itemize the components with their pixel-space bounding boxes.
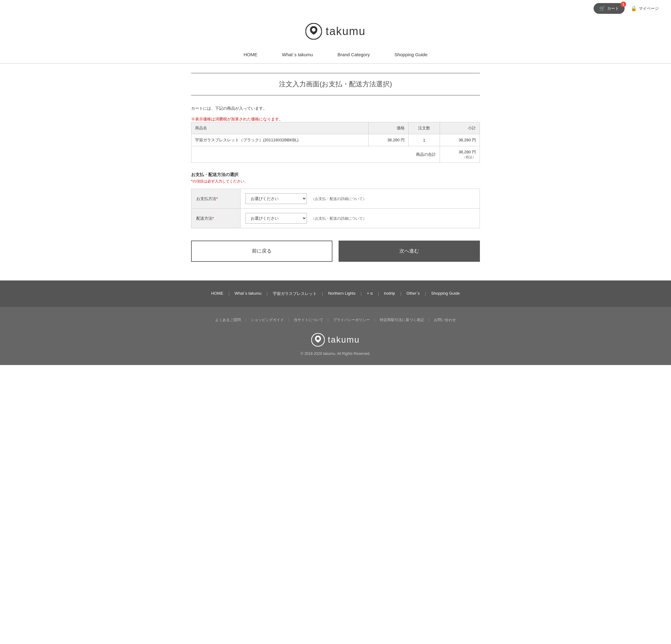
footer-bottom-links: よくあるご質問 ｜ ショッピングガイド ｜ 当サイトについて ｜ プライバシーポ… — [6, 316, 665, 324]
nav-whats[interactable]: What`s takumu — [282, 52, 313, 57]
order-table: 商品名 価格 注文数 小計 宇宙ガラスブレスレット（ブラック）(20111603… — [191, 122, 480, 163]
page-title-area: 注文入力画面(お支払・配送方法選択) — [191, 73, 480, 96]
product-name: 宇宙ガラスブレスレット（ブラック）(201116032BBKBL) — [191, 134, 369, 146]
logo-area: takumu — [0, 17, 671, 49]
required-note: *の項目は必ず入力してください。 — [191, 179, 480, 184]
footer-bottom: よくあるご質問 ｜ ショッピングガイド ｜ 当サイトについて ｜ プライバシーポ… — [0, 307, 671, 365]
logo-icon — [305, 23, 322, 40]
footer-link-home[interactable]: HOME — [208, 290, 226, 298]
payment-method-select[interactable]: お選びください — [245, 193, 307, 204]
product-qty: 1 — [409, 134, 440, 146]
payment-method-control: お選びください （お支払・配送の詳細について） — [241, 189, 480, 209]
logo-text: takumu — [326, 25, 366, 38]
table-row: 宇宙ガラスブレスレット（ブラック）(201116032BBKBL) 38,280… — [191, 134, 480, 146]
cart-badge: 1 — [621, 1, 626, 7]
footer-logo-text: takumu — [328, 335, 360, 345]
footer-link-northern-lights[interactable]: Northern Lights — [325, 290, 358, 298]
total-value: 38,280 円 （税込） — [440, 146, 480, 163]
main-nav: HOME What`s takumu Brand Category Shoppi… — [0, 49, 671, 64]
page-title: 注文入力画面(お支払・配送方法選択) — [191, 79, 480, 89]
footer-bottom-shopping[interactable]: ショッピングガイド — [248, 316, 286, 324]
cart-intro: カートには、下記の商品が入っています。 — [191, 105, 480, 112]
footer-bottom-legal[interactable]: 特定商取引法に基づく表記 — [377, 316, 427, 324]
tax-note: （税込） — [444, 155, 476, 160]
delivery-method-select[interactable]: お選びください — [245, 213, 307, 224]
col-header-subtotal: 小計 — [440, 122, 480, 134]
footer-nav-links: HOME ｜ What`s takumu ｜ 宇宙ガラスブレスレット ｜ Nor… — [6, 290, 665, 298]
delivery-detail-link[interactable]: （お支払・配送の詳細について） — [311, 216, 367, 220]
footer-link-bracelet[interactable]: 宇宙ガラスブレスレット — [270, 290, 320, 298]
mypage-label: マイページ — [639, 6, 659, 11]
payment-table: お支払方法* お選びください （お支払・配送の詳細について） 配送方法* お選び… — [191, 189, 480, 228]
delivery-method-row: 配送方法* お選びください （お支払・配送の詳細について） — [191, 209, 480, 228]
copyright: © 2018-2020 takumu. All Rights Reserved. — [6, 352, 665, 356]
payment-section-title: お支払・配送方法の選択 — [191, 172, 480, 178]
delivery-required-star: * — [212, 216, 214, 220]
col-header-product: 商品名 — [191, 122, 369, 134]
next-button[interactable]: 次へ進む — [339, 241, 480, 262]
nav-home[interactable]: HOME — [244, 52, 257, 57]
total-row: 商品の合計 38,280 円 （税込） — [191, 146, 480, 163]
payment-method-row: お支払方法* お選びください （お支払・配送の詳細について） — [191, 189, 480, 209]
footer-link-alpha[interactable]: + α — [364, 290, 376, 298]
footer-bottom-about[interactable]: 当サイトについて — [291, 316, 326, 324]
col-header-price: 価格 — [369, 122, 409, 134]
footer-bottom-privacy[interactable]: プライバシーポリシー — [331, 316, 372, 324]
footer-link-irodrip[interactable]: irodrip — [381, 290, 398, 298]
nav-guide[interactable]: Shopping Guide — [394, 52, 428, 57]
top-bar: 🛒 カート 1 🔒 マイページ — [0, 0, 671, 17]
footer-link-whats[interactable]: What`s takumu — [232, 290, 265, 298]
product-price: 38,280 円 — [369, 134, 409, 146]
cart-button[interactable]: 🛒 カート 1 — [594, 3, 624, 14]
cart-warning: ※表示価格は消費税が加算された価格になります。 — [191, 116, 480, 122]
back-button[interactable]: 前に戻る — [191, 241, 332, 262]
payment-detail-link[interactable]: （お支払・配送の詳細について） — [311, 197, 367, 201]
lock-icon: 🔒 — [631, 5, 637, 11]
payment-method-label: お支払方法* — [191, 189, 241, 209]
delivery-method-label: 配送方法* — [191, 209, 241, 228]
footer-logo: takumu — [6, 333, 665, 346]
footer-nav: HOME ｜ What`s takumu ｜ 宇宙ガラスブレスレット ｜ Nor… — [0, 280, 671, 307]
footer-link-others[interactable]: Other`s — [403, 290, 423, 298]
svg-point-1 — [312, 28, 316, 31]
mypage-button[interactable]: 🔒 マイページ — [631, 5, 659, 11]
cart-icon: 🛒 — [599, 5, 605, 11]
footer-link-shopping-guide[interactable]: Shopping Guide — [428, 290, 463, 298]
product-subtotal: 38,280 円 — [440, 134, 480, 146]
footer-logo-icon — [311, 333, 325, 346]
col-header-qty: 注文数 — [409, 122, 440, 134]
footer-bottom-faq[interactable]: よくあるご質問 — [213, 316, 243, 324]
delivery-method-control: お選びください （お支払・配送の詳細について） — [241, 209, 480, 228]
main-content: 注文入力画面(お支払・配送方法選択) カートには、下記の商品が入っています。 ※… — [185, 64, 486, 280]
payment-required-star: * — [216, 196, 218, 201]
total-label: 商品の合計 — [191, 146, 440, 163]
cart-label: カート — [607, 6, 619, 11]
button-row: 前に戻る 次へ進む — [191, 241, 480, 262]
footer-bottom-contact[interactable]: お問い合わせ — [431, 316, 458, 324]
svg-point-3 — [316, 337, 319, 340]
nav-brand[interactable]: Brand Category — [338, 52, 370, 57]
